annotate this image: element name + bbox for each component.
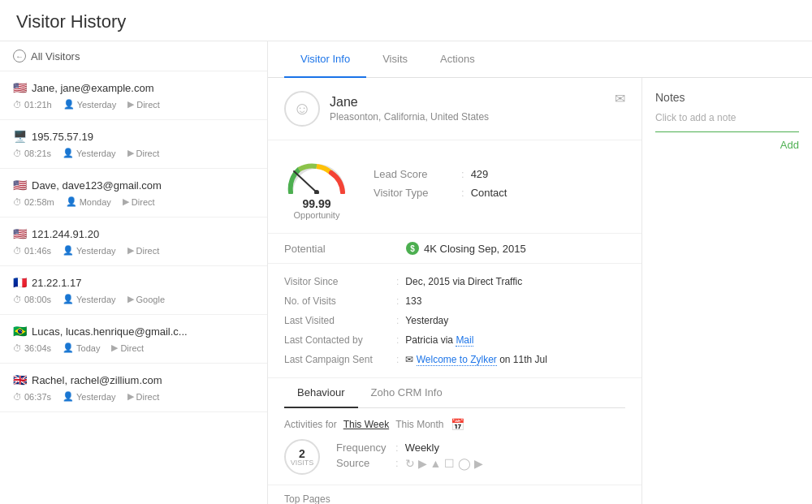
visitor-item[interactable]: 🖥️ 195.75.57.19 ⏱ 08:21s 👤 Yesterday ▶ D…	[0, 120, 267, 169]
calendar-small-icon: 👤	[63, 391, 74, 402]
visitor-item[interactable]: 🇫🇷 21.22.1.17 ⏱ 08:00s 👤 Yesterday ▶ Goo…	[0, 266, 267, 315]
visitor-header: ☺ Jane Pleasonton, California, United St…	[268, 78, 641, 140]
this-week-link[interactable]: This Week	[343, 419, 389, 430]
visitor-time: ⏱ 08:21s	[13, 149, 51, 158]
visitor-name: Dave, dave123@gmail.com	[32, 179, 162, 192]
notes-panel: Notes Click to add a note Add	[641, 78, 812, 504]
avatar-icon: ☺	[293, 98, 311, 119]
clock-icon: ⏱	[13, 295, 22, 304]
dollar-badge: $	[406, 242, 419, 255]
visitor-since-key: Visitor Since	[284, 276, 390, 287]
visitor-name: Rachel, rachel@zillium.com	[32, 374, 162, 386]
campaign-link[interactable]: Welcome to Zylker	[417, 354, 497, 366]
info-table: Visitor Since : Dec, 2015 via Direct Tra…	[268, 264, 641, 378]
visits-circle: 2 VISITS	[284, 439, 320, 475]
visitor-date: 👤 Yesterday	[63, 99, 117, 110]
tabs-bar: Visitor Info Visits Actions	[268, 41, 812, 78]
source-icon: ▶	[127, 245, 134, 256]
last-visited-value: Yesterday	[405, 315, 448, 326]
source-icon: ▶	[127, 294, 134, 304]
this-month-link[interactable]: This Month	[395, 419, 443, 430]
source-icon: ▶	[111, 342, 118, 353]
activity-section: Activities for This Week This Month 📅 2 …	[268, 408, 641, 485]
visitor-item[interactable]: 🇺🇸 Dave, dave123@gmail.com ⏱ 02:58m 👤 Mo…	[0, 169, 267, 218]
score-details: Lead Score : 429 Visitor Type : Contact	[374, 168, 625, 205]
last-campaign-value: ✉ Welcome to Zylker on 11th Jul	[405, 354, 547, 365]
visitor-type-key: Visitor Type	[374, 187, 455, 199]
visitors-list: 🇺🇸 Jane, jane@example.com ⏱ 01:21h 👤 Yes…	[0, 71, 267, 412]
notes-input[interactable]: Click to add a note	[655, 112, 799, 123]
calendar-small-icon: 👤	[63, 342, 74, 353]
email-icon[interactable]: ✉	[615, 91, 625, 106]
visitor-name: Jane, jane@example.com	[32, 82, 154, 94]
visitor-flag: 🇺🇸	[13, 227, 27, 240]
potential-text: 4K Closing Sep, 2015	[424, 243, 526, 255]
calendar-small-icon: 👤	[63, 245, 74, 256]
visitor-source: ▶ Google	[127, 294, 165, 304]
sidebar: ← All Visitors 🇺🇸 Jane, jane@example.com…	[0, 41, 268, 504]
visitor-time: ⏱ 02:58m	[13, 197, 54, 207]
visitor-time: ⏱ 08:00s	[13, 295, 51, 304]
clock-icon: ⏱	[13, 197, 22, 207]
freq-source: Frequency : Weekly Source : ↻ ▶ ▲ ☐ ◯ ▶	[336, 442, 625, 473]
visitor-date: 👤 Monday	[66, 196, 111, 207]
content-area: Visitor Info Visits Actions ☺ Jane Pleas…	[268, 41, 812, 504]
calendar-icon[interactable]: 📅	[451, 418, 464, 431]
calendar-small-icon: 👤	[66, 196, 77, 207]
last-visited-key: Last Visited	[284, 315, 390, 326]
visitor-item[interactable]: 🇧🇷 Lucas, lucas.henrique@gmail.c... ⏱ 36…	[0, 315, 267, 364]
visitor-time: ⏱ 36:04s	[13, 343, 51, 353]
visitor-type-value: Contact	[471, 187, 508, 199]
visitor-location: Pleasonton, California, United States	[330, 111, 489, 123]
visitor-date: 👤 Yesterday	[63, 148, 116, 158]
clock-icon: ⏱	[13, 343, 22, 353]
lead-score-value: 429	[471, 168, 489, 180]
visitor-flag: 🇺🇸	[13, 81, 27, 94]
activity-body: 2 VISITS Frequency : Weekly Sou	[284, 439, 625, 475]
visitor-date: 👤 Yesterday	[63, 245, 116, 256]
visitor-source: ▶ Direct	[123, 196, 155, 207]
activities-label: Activities for	[284, 419, 337, 430]
mail-link[interactable]: Mail	[456, 334, 473, 347]
last-campaign-key: Last Campaign Sent	[284, 354, 390, 365]
visitor-source: ▶ Direct	[127, 99, 160, 110]
visitor-flag: 🇧🇷	[13, 325, 27, 338]
gauge-label: Opportunity	[294, 210, 340, 220]
visitor-flag: 🇫🇷	[13, 276, 27, 289]
potential-value: $ 4K Closing Sep, 2015	[406, 242, 526, 255]
top-pages-title: Top Pages	[284, 493, 625, 504]
activity-header: Activities for This Week This Month 📅	[284, 418, 625, 431]
behaviour-tab-crm[interactable]: Zoho CRM Info	[358, 378, 456, 408]
notes-title: Notes	[655, 91, 799, 104]
visits-num: 2	[299, 448, 305, 459]
visitor-flag: 🇬🇧	[13, 373, 27, 386]
calendar-small-icon: 👤	[63, 148, 74, 158]
tab-visits[interactable]: Visits	[366, 41, 424, 78]
lead-score-key: Lead Score	[374, 168, 455, 180]
behaviour-tab-behaviour[interactable]: Behaviour	[284, 378, 358, 408]
add-note-button[interactable]: Add	[780, 139, 799, 151]
clock-icon: ⏱	[13, 246, 22, 256]
visitor-source: ▶ Direct	[127, 245, 160, 256]
source-icon: ▶	[127, 148, 134, 158]
source-icon: ▶	[127, 391, 134, 402]
visitor-name: Lucas, lucas.henrique@gmail.c...	[32, 325, 188, 338]
visitor-time: ⏱ 01:46s	[13, 246, 51, 256]
tab-visitor-info[interactable]: Visitor Info	[284, 41, 366, 78]
score-section: 99.99 Opportunity Lead Score : 429 Visit…	[268, 140, 641, 234]
clock-icon: ⏱	[13, 392, 22, 402]
page-title: Visitor History	[0, 0, 812, 41]
visitor-time: ⏱ 06:37s	[13, 392, 51, 402]
right-panel: ☺ Jane Pleasonton, California, United St…	[268, 78, 812, 504]
visitor-flag: 🇺🇸	[13, 179, 27, 192]
visitor-flag: 🖥️	[13, 130, 27, 143]
visitor-source: ▶ Direct	[111, 342, 144, 353]
calendar-small-icon: 👤	[63, 99, 75, 110]
visitor-item[interactable]: 🇺🇸 Jane, jane@example.com ⏱ 01:21h 👤 Yes…	[0, 71, 267, 120]
frequency-key: Frequency	[336, 442, 389, 454]
visitor-item[interactable]: 🇺🇸 121.244.91.20 ⏱ 01:46s 👤 Yesterday ▶ …	[0, 218, 267, 266]
visitor-since-value: Dec, 2015 via Direct Traffic	[405, 276, 522, 287]
visitor-item[interactable]: 🇬🇧 Rachel, rachel@zillium.com ⏱ 06:37s 👤…	[0, 364, 267, 412]
all-visitors-link[interactable]: ← All Visitors	[0, 41, 267, 71]
tab-actions[interactable]: Actions	[424, 41, 491, 78]
